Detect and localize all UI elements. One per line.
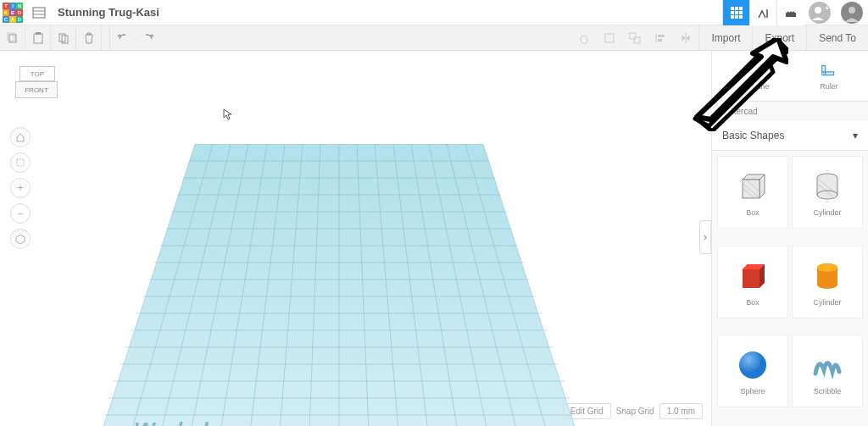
snap-grid-controls: Edit Grid Snap Grid 1.0 mm bbox=[563, 403, 703, 419]
zoom-out-button[interactable]: − bbox=[10, 203, 31, 224]
shape-thumb-icon bbox=[734, 168, 771, 205]
svg-rect-0 bbox=[33, 8, 45, 18]
shape-box-2[interactable]: Box bbox=[717, 246, 788, 318]
svg-rect-9 bbox=[731, 15, 734, 19]
svg-rect-4 bbox=[735, 7, 738, 10]
shapes-panel: Workplane Ruler Tinkercad Basic Shapes ▾… bbox=[711, 51, 868, 426]
shape-thumb-icon bbox=[734, 257, 771, 295]
toolbar: Import Export Send To bbox=[0, 25, 868, 51]
redo-button[interactable] bbox=[136, 25, 161, 51]
list-icon[interactable] bbox=[27, 1, 51, 25]
shape-scribble-5[interactable]: Scribble bbox=[792, 335, 863, 407]
delete-button[interactable] bbox=[76, 25, 102, 51]
svg-rect-32 bbox=[17, 159, 24, 166]
svg-rect-20 bbox=[8, 33, 14, 41]
workplane[interactable]: Workplane bbox=[102, 144, 576, 426]
svg-rect-19 bbox=[9, 35, 16, 42]
svg-point-18 bbox=[849, 7, 855, 14]
workplane-label: Workplane bbox=[134, 418, 246, 426]
svg-rect-21 bbox=[34, 34, 42, 43]
shape-category-dropdown[interactable]: Basic Shapes ▾ bbox=[712, 121, 868, 151]
svg-rect-8 bbox=[739, 11, 743, 14]
svg-rect-7 bbox=[735, 11, 738, 14]
shape-label: Sphere bbox=[740, 387, 765, 396]
svg-point-13 bbox=[787, 11, 789, 14]
shape-drawer-label: Tinkercad bbox=[712, 102, 868, 121]
shape-label: Box bbox=[746, 208, 760, 217]
blocks-mode-button[interactable] bbox=[749, 0, 776, 25]
sendto-button[interactable]: Send To bbox=[806, 25, 868, 51]
group-button[interactable] bbox=[597, 25, 622, 51]
shape-sphere-4[interactable]: Sphere bbox=[717, 335, 788, 407]
home-view-button[interactable] bbox=[10, 127, 31, 147]
workplane-tool[interactable]: Workplane bbox=[712, 51, 790, 101]
shape-label: Cylinder bbox=[813, 298, 841, 307]
ortho-view-button[interactable] bbox=[10, 229, 31, 249]
ungroup-button[interactable] bbox=[622, 25, 648, 51]
shape-thumb-icon bbox=[809, 346, 846, 384]
show-all-button[interactable] bbox=[571, 25, 597, 51]
shape-cylinder-1[interactable]: Cylinder bbox=[792, 156, 863, 229]
svg-point-15 bbox=[792, 11, 794, 14]
add-collaborator-icon[interactable]: + bbox=[809, 2, 831, 24]
workplane-tool-label: Workplane bbox=[733, 82, 770, 91]
svg-point-16 bbox=[815, 7, 821, 14]
svg-rect-30 bbox=[658, 35, 665, 37]
shape-label: Box bbox=[746, 298, 760, 307]
fit-view-button[interactable] bbox=[10, 152, 31, 173]
user-avatar[interactable] bbox=[841, 2, 863, 24]
svg-rect-3 bbox=[731, 7, 734, 10]
shape-thumb-icon bbox=[809, 257, 846, 295]
svg-rect-26 bbox=[605, 34, 614, 42]
shape-cylinder-3[interactable]: Cylinder bbox=[792, 246, 863, 318]
cursor-icon bbox=[223, 108, 233, 123]
shape-category-label: Basic Shapes bbox=[722, 130, 784, 141]
svg-rect-6 bbox=[731, 11, 734, 14]
canvas-area[interactable]: TOP FRONT + − bbox=[0, 51, 711, 426]
shape-box-0[interactable]: Box bbox=[717, 156, 788, 229]
shape-label: Scribble bbox=[814, 387, 842, 396]
copy-button[interactable] bbox=[0, 25, 25, 51]
paste-button[interactable] bbox=[25, 25, 51, 51]
mirror-button[interactable] bbox=[673, 25, 698, 51]
svg-point-25 bbox=[581, 36, 587, 44]
tinkercad-logo[interactable]: TIN KER CAD bbox=[0, 0, 27, 25]
zoom-in-button[interactable]: + bbox=[10, 178, 31, 198]
duplicate-button[interactable] bbox=[51, 25, 76, 51]
undo-button[interactable] bbox=[110, 25, 136, 51]
bricks-mode-button[interactable] bbox=[776, 0, 804, 25]
svg-point-14 bbox=[789, 11, 792, 14]
svg-point-98 bbox=[739, 351, 766, 379]
export-button[interactable]: Export bbox=[752, 25, 806, 51]
shapes-grid: BoxCylinderBoxCylinderSphereScribble bbox=[712, 151, 868, 426]
snap-grid-label: Snap Grid bbox=[616, 407, 654, 416]
svg-point-97 bbox=[817, 263, 837, 272]
import-button[interactable]: Import bbox=[698, 25, 752, 51]
svg-rect-22 bbox=[36, 32, 41, 35]
svg-rect-11 bbox=[739, 15, 743, 19]
svg-rect-5 bbox=[739, 7, 743, 10]
ruler-tool[interactable]: Ruler bbox=[790, 51, 868, 101]
svg-rect-10 bbox=[735, 15, 738, 19]
app-header: TIN KER CAD Stunning Trug-Kasi + bbox=[0, 0, 868, 25]
viewcube-front[interactable]: FRONT bbox=[15, 81, 58, 98]
svg-rect-27 bbox=[630, 33, 636, 39]
edit-grid-button[interactable]: Edit Grid bbox=[563, 403, 611, 419]
project-title[interactable]: Stunning Trug-Kasi bbox=[58, 6, 159, 19]
svg-rect-95 bbox=[743, 269, 760, 288]
shape-label: Cylinder bbox=[813, 208, 841, 217]
design-mode-button[interactable] bbox=[722, 0, 749, 25]
snap-grid-value[interactable]: 1.0 mm bbox=[659, 403, 703, 419]
shape-thumb-icon bbox=[809, 168, 846, 205]
ruler-tool-label: Ruler bbox=[820, 82, 838, 91]
viewcube[interactable]: TOP FRONT bbox=[15, 66, 59, 110]
align-button[interactable] bbox=[648, 25, 673, 51]
panel-collapse-handle[interactable]: › bbox=[699, 220, 711, 254]
viewcube-top[interactable]: TOP bbox=[19, 66, 55, 81]
chevron-down-icon: ▾ bbox=[853, 130, 858, 141]
shape-thumb-icon bbox=[734, 346, 771, 384]
svg-rect-28 bbox=[634, 37, 640, 43]
svg-text:+: + bbox=[825, 3, 830, 13]
svg-rect-31 bbox=[658, 39, 662, 41]
